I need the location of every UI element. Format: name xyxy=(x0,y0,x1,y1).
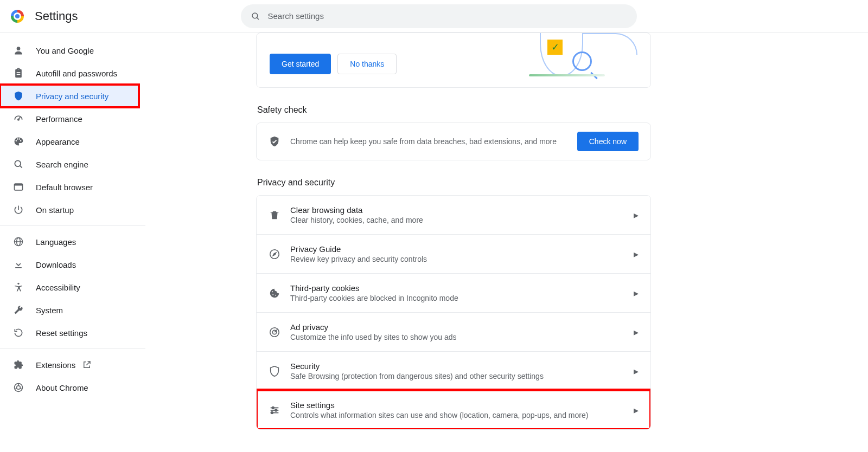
svg-marker-20 xyxy=(273,253,276,256)
svg-point-2 xyxy=(17,47,21,50)
safety-check-heading: Safety check xyxy=(257,105,651,115)
power-icon xyxy=(13,204,24,215)
cookie-icon xyxy=(269,287,280,299)
option-row-site-settings[interactable]: Site settingsControls what information s… xyxy=(257,390,650,429)
option-row-third-party-cookies[interactable]: Third-party cookiesThird-party cookies a… xyxy=(257,273,650,312)
option-subtitle: Controls what information sites can use … xyxy=(290,411,634,419)
reset-icon xyxy=(13,327,24,338)
privacy-security-heading: Privacy and security xyxy=(257,178,651,188)
sidebar-item-default-browser[interactable]: Default browser xyxy=(0,176,139,198)
wrench-icon xyxy=(13,305,24,315)
sliders-icon xyxy=(269,404,280,416)
option-title: Privacy Guide xyxy=(290,244,634,254)
search-input[interactable] xyxy=(268,11,627,21)
sidebar-item-system[interactable]: System xyxy=(0,299,139,321)
option-subtitle: Customize the info used by sites to show… xyxy=(290,333,634,341)
option-row-privacy-guide[interactable]: Privacy GuideReview key privacy and secu… xyxy=(257,234,650,273)
option-row-ad-privacy[interactable]: Ad privacyCustomize the info used by sit… xyxy=(257,312,650,351)
option-subtitle: Clear history, cookies, cache, and more xyxy=(290,216,634,224)
option-title: Site settings xyxy=(290,401,634,410)
globe-icon xyxy=(13,236,24,247)
chrome-icon xyxy=(13,382,24,393)
svg-point-13 xyxy=(17,283,19,285)
sidebar-item-about-chrome[interactable]: About Chrome xyxy=(0,376,139,399)
sidebar-item-label: Search engine xyxy=(36,160,88,169)
option-subtitle: Third-party cookies are blocked in Incog… xyxy=(290,294,634,302)
sidebar-item-label: Reset settings xyxy=(36,328,87,338)
no-thanks-button[interactable]: No thanks xyxy=(337,54,397,74)
browser-icon xyxy=(13,182,24,192)
get-started-button[interactable]: Get started xyxy=(270,54,331,74)
chevron-right-icon: ▸ xyxy=(634,248,639,260)
chevron-right-icon: ▸ xyxy=(634,287,639,299)
sidebar-item-label: On startup xyxy=(36,205,74,215)
search-settings-field[interactable] xyxy=(241,4,637,28)
search-icon xyxy=(13,159,24,170)
sidebar-item-label: You and Google xyxy=(36,46,94,55)
svg-point-4 xyxy=(18,119,20,120)
option-title: Ad privacy xyxy=(290,322,634,332)
sidebar-item-appearance[interactable]: Appearance xyxy=(0,130,139,153)
top-bar: Settings xyxy=(0,0,868,33)
shield-check-icon xyxy=(269,135,280,147)
option-title: Third-party cookies xyxy=(290,283,634,293)
clipboard-icon xyxy=(13,68,24,79)
chevron-right-icon: ▸ xyxy=(634,209,639,221)
svg-line-1 xyxy=(257,17,259,20)
palette-icon xyxy=(13,136,24,147)
chrome-logo-icon xyxy=(11,10,24,23)
adtarget-icon xyxy=(269,326,280,338)
svg-point-28 xyxy=(275,409,277,411)
trash-icon xyxy=(269,209,280,221)
puzzle-icon xyxy=(13,359,24,370)
sidebar-item-privacy-and-security[interactable]: Privacy and security xyxy=(0,85,139,107)
svg-line-6 xyxy=(20,166,22,168)
privacy-guide-banner: Get started No thanks ✓ xyxy=(256,33,651,88)
open-external-icon xyxy=(82,360,92,370)
option-subtitle: Review key privacy and security controls xyxy=(290,255,634,263)
sidebar-item-autofill-and-passwords[interactable]: Autofill and passwords xyxy=(0,62,139,85)
search-icon xyxy=(251,11,260,21)
safety-check-text: Chrome can help keep you safe from data … xyxy=(290,137,577,146)
sidebar-item-on-startup[interactable]: On startup xyxy=(0,198,139,221)
sidebar-item-reset-settings[interactable]: Reset settings xyxy=(0,321,139,344)
svg-rect-8 xyxy=(15,184,23,185)
sidebar-item-label: Accessibility xyxy=(36,283,80,292)
sidebar-item-label: Languages xyxy=(36,237,76,247)
svg-point-29 xyxy=(271,411,273,414)
person-icon xyxy=(13,45,24,56)
sidebar-item-you-and-google[interactable]: You and Google xyxy=(0,39,139,62)
sidebar-item-extensions[interactable]: Extensions xyxy=(0,353,139,376)
sidebar-item-label: About Chrome xyxy=(36,383,88,392)
compass-icon xyxy=(269,248,280,260)
option-title: Security xyxy=(290,361,634,371)
svg-point-27 xyxy=(272,406,274,409)
page-title: Settings xyxy=(35,9,78,23)
sidebar-item-label: Autofill and passwords xyxy=(36,69,117,78)
chevron-right-icon: ▸ xyxy=(634,365,639,377)
check-now-button[interactable]: Check now xyxy=(577,132,639,151)
svg-point-5 xyxy=(15,160,21,166)
sidebar-item-label: Appearance xyxy=(36,137,80,146)
sidebar-item-languages[interactable]: Languages xyxy=(0,230,139,253)
sidebar-item-performance[interactable]: Performance xyxy=(0,107,139,130)
sidebar-item-label: Default browser xyxy=(36,183,93,192)
svg-point-15 xyxy=(17,386,21,390)
sidebar-item-search-engine[interactable]: Search engine xyxy=(0,153,139,176)
sidebar-item-label: System xyxy=(36,306,63,315)
safety-check-card: Chrome can help keep you safe from data … xyxy=(256,122,651,160)
shield-icon xyxy=(13,91,24,101)
chevron-right-icon: ▸ xyxy=(634,404,639,416)
sidebar-item-accessibility[interactable]: Accessibility xyxy=(0,276,139,299)
option-row-clear-browsing-data[interactable]: Clear browsing dataClear history, cookie… xyxy=(257,196,650,234)
sidebar-item-label: Privacy and security xyxy=(36,92,108,101)
option-title: Clear browsing data xyxy=(290,205,634,215)
privacy-options-list: Clear browsing dataClear history, cookie… xyxy=(256,195,651,430)
svg-point-0 xyxy=(252,13,258,18)
sidebar-item-label: Performance xyxy=(36,114,82,124)
download-icon xyxy=(13,259,24,270)
chevron-right-icon: ▸ xyxy=(634,326,639,338)
sidebar-item-downloads[interactable]: Downloads xyxy=(0,253,139,276)
banner-illustration: ✓ xyxy=(496,33,637,76)
option-row-security[interactable]: SecuritySafe Browsing (protection from d… xyxy=(257,351,650,390)
